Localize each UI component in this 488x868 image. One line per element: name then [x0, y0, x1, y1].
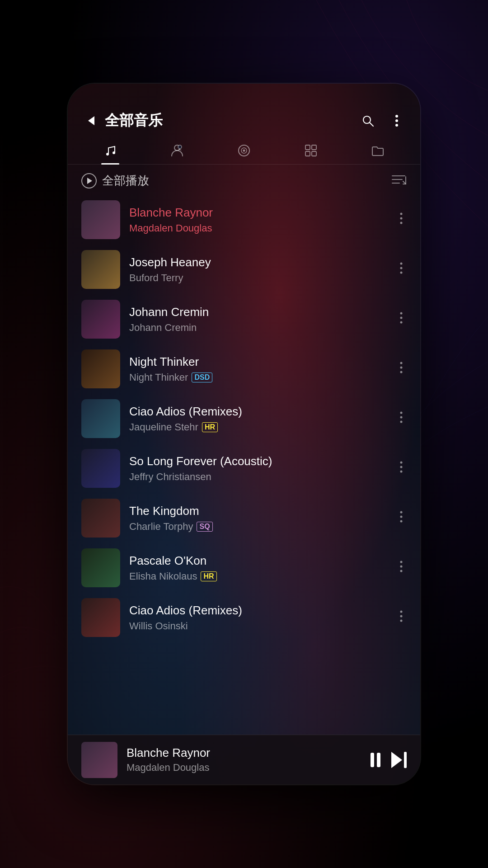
- song-info: Ciao Adios (Remixes) Willis Osinski: [129, 604, 387, 632]
- svg-point-22: [400, 222, 403, 224]
- quality-badge: HR: [202, 422, 218, 432]
- song-thumbnail: [81, 548, 120, 587]
- song-title: The Kingdom: [129, 504, 387, 518]
- song-item[interactable]: Pascale O'Kon Elisha Nikolaus HR: [68, 543, 420, 593]
- song-artist: Johann Cremin: [129, 322, 197, 334]
- svg-point-40: [400, 520, 403, 522]
- song-artist: Night Thinker: [129, 372, 188, 383]
- svg-point-27: [400, 316, 403, 319]
- song-item[interactable]: Ciao Adios (Remixes) Willis Osinski: [68, 593, 420, 642]
- svg-point-31: [400, 371, 403, 373]
- search-icon: [361, 114, 374, 127]
- pause-bar-left: [371, 753, 374, 767]
- svg-point-41: [400, 561, 403, 563]
- music-note-icon: [103, 143, 117, 158]
- thumb-art: [81, 200, 120, 239]
- thumb-art: [81, 300, 120, 339]
- header-actions: [358, 111, 407, 131]
- song-title: Pascale O'Kon: [129, 554, 387, 568]
- song-more-button[interactable]: [396, 358, 407, 380]
- song-list: Blanche Raynor Magdalen Douglas Joseph H…: [68, 195, 420, 735]
- back-button[interactable]: [81, 111, 101, 131]
- song-more-button[interactable]: [396, 259, 407, 281]
- song-meta: Buford Terry: [129, 272, 387, 284]
- svg-point-44: [400, 610, 403, 613]
- tab-playlists[interactable]: [277, 138, 344, 164]
- song-more-button[interactable]: [396, 308, 407, 330]
- now-playing-bar[interactable]: Blanche Raynor Magdalen Douglas: [68, 735, 420, 784]
- song-info: Joseph Heaney Buford Terry: [129, 255, 387, 284]
- song-meta: Jaqueline Stehr HR: [129, 421, 387, 433]
- search-button[interactable]: [358, 111, 378, 131]
- tab-songs[interactable]: [77, 138, 144, 164]
- song-info: Johann Cremin Johann Cremin: [129, 305, 387, 334]
- svg-point-46: [400, 619, 403, 622]
- overflow-icon: [395, 114, 399, 127]
- song-meta: Johann Cremin: [129, 322, 387, 334]
- song-info: Pascale O'Kon Elisha Nikolaus HR: [129, 554, 387, 582]
- song-more-button[interactable]: [396, 507, 407, 529]
- song-title: Ciao Adios (Remixes): [129, 604, 387, 618]
- svg-point-36: [400, 466, 403, 468]
- song-title: Joseph Heaney: [129, 255, 387, 269]
- song-more-button[interactable]: [396, 607, 407, 629]
- svg-point-5: [106, 153, 109, 156]
- song-info: So Long Forever (Acoustic) Jeffry Christ…: [129, 454, 387, 483]
- play-all-button[interactable]: 全部播放: [81, 173, 149, 189]
- svg-point-29: [400, 362, 403, 364]
- svg-rect-15: [312, 151, 316, 156]
- song-more-button[interactable]: [396, 408, 407, 430]
- song-item[interactable]: Johann Cremin Johann Cremin: [68, 294, 420, 344]
- svg-point-20: [400, 212, 403, 215]
- song-item[interactable]: Joseph Heaney Buford Terry: [68, 245, 420, 294]
- now-playing-controls: [371, 752, 407, 768]
- svg-point-33: [400, 416, 403, 418]
- svg-point-2: [395, 115, 398, 118]
- song-meta: Jeffry Christiansen: [129, 471, 387, 483]
- song-item[interactable]: So Long Forever (Acoustic) Jeffry Christ…: [68, 443, 420, 493]
- pause-button[interactable]: [371, 753, 380, 767]
- svg-point-34: [400, 420, 403, 423]
- next-button[interactable]: [391, 752, 407, 768]
- tab-folders[interactable]: [344, 138, 411, 164]
- song-meta: Night Thinker DSD: [129, 372, 387, 383]
- next-triangle: [391, 752, 402, 768]
- thumb-art: [81, 598, 120, 637]
- svg-point-38: [400, 511, 403, 513]
- thumb-art: [81, 250, 120, 289]
- now-playing-title: Blanche Raynor: [127, 746, 371, 760]
- song-item[interactable]: Ciao Adios (Remixes) Jaqueline Stehr HR: [68, 394, 420, 443]
- thumb-art: [81, 548, 120, 587]
- person-icon: [170, 143, 184, 158]
- grid-icon: [304, 143, 318, 158]
- svg-point-4: [395, 124, 398, 127]
- song-artist: Charlie Torphy: [129, 521, 193, 533]
- folder-icon: [371, 143, 385, 158]
- song-more-button[interactable]: [396, 557, 407, 579]
- play-circle-icon: [81, 173, 97, 189]
- song-meta: Willis Osinski: [129, 620, 387, 632]
- song-more-button[interactable]: [396, 209, 407, 231]
- song-title: Johann Cremin: [129, 305, 387, 319]
- song-item[interactable]: Night Thinker Night Thinker DSD: [68, 344, 420, 394]
- song-info: The Kingdom Charlie Torphy SQ: [129, 504, 387, 533]
- svg-point-3: [395, 119, 398, 122]
- quality-badge: SQ: [197, 522, 212, 532]
- song-item[interactable]: The Kingdom Charlie Torphy SQ: [68, 493, 420, 543]
- overflow-menu-button[interactable]: [387, 111, 407, 131]
- svg-point-25: [400, 271, 403, 274]
- song-artist: Buford Terry: [129, 272, 183, 284]
- song-title: Night Thinker: [129, 355, 387, 369]
- tab-artists[interactable]: [144, 138, 211, 164]
- sort-button[interactable]: [390, 173, 407, 189]
- svg-point-32: [400, 411, 403, 414]
- song-item[interactable]: Blanche Raynor Magdalen Douglas: [68, 195, 420, 245]
- svg-line-1: [370, 123, 374, 127]
- tab-albums[interactable]: [211, 138, 277, 164]
- song-info: Blanche Raynor Magdalen Douglas: [129, 206, 387, 234]
- song-more-button[interactable]: [396, 458, 407, 480]
- song-title: Blanche Raynor: [129, 206, 387, 220]
- song-artist: Elisha Nikolaus: [129, 571, 197, 582]
- pause-bar-right: [377, 753, 380, 767]
- svg-point-11: [243, 150, 245, 152]
